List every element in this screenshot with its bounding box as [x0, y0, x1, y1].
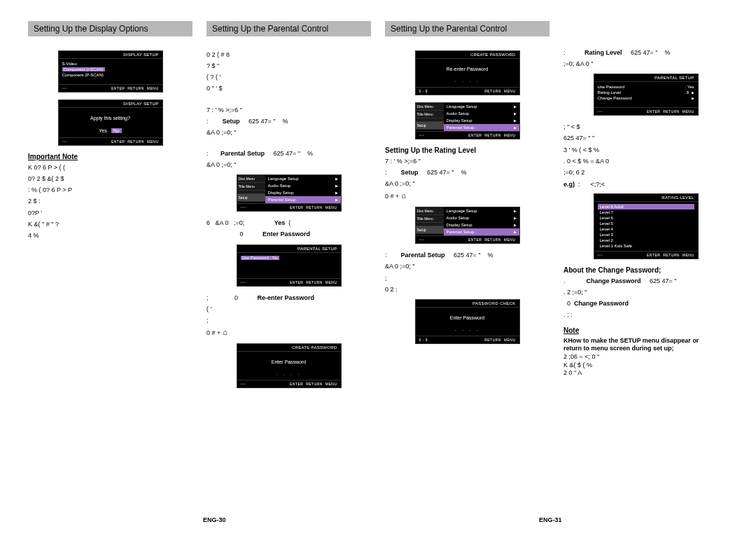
kw-parental-setup: Parental Setup [220, 150, 265, 157]
column-parental-2: Setting Up the Parental Control CREATE P… [385, 21, 550, 395]
home-icon [220, 329, 227, 336]
note-heading: Note [564, 327, 728, 334]
osd-parental-usepw: PARENTAL SETUP Use Password : No ◦◦◦ENTE… [237, 245, 342, 287]
apply-question: Apply this setting? [62, 110, 159, 126]
osd-title: DISPLAY SETUP [59, 51, 162, 59]
no-option: No [111, 128, 122, 133]
column-parental-1: Setting Up the Parental Control 0 2 ( # … [206, 21, 371, 395]
osd-setup-menu-3: Disc Menu Title Menu Setup Language Setu… [415, 207, 520, 244]
osd-display-setup-2: DISPLAY SETUP Apply this setting? YesNo … [58, 99, 163, 146]
osd-setup-menu-1: Disc Menu Title Menu Setup Language Setu… [237, 174, 342, 212]
about-change-password: About the Change Password; [564, 266, 728, 274]
osd-display-setup-1: DISPLAY SETUP S-Video Component (I-SCAN)… [58, 50, 163, 92]
page-number-left: ENG-30 [203, 516, 226, 523]
osd-title: DISPLAY SETUP [59, 100, 162, 108]
kw-yes: Yes [274, 219, 286, 226]
column-parental-3: : Rating Level 625 47= " % ;=0; &A 0 " P… [564, 21, 728, 395]
kw-setup: Setup [223, 118, 240, 125]
kw-reenter: Re-enter Password [258, 294, 315, 301]
kw-rating-level: Rating Level [584, 49, 622, 56]
osd-item-svideo: S-Video [62, 62, 77, 66]
osd-setup-menu-2: Disc Menu Title Menu Setup Language Setu… [415, 102, 520, 139]
eg-label: e.g) [564, 181, 575, 188]
yes-option: Yes [99, 128, 106, 133]
heading-display: Setting Up the Display Options [28, 21, 192, 36]
osd-create-password-2: CREATE PASSWORD Re-enter Password - - - … [415, 50, 520, 95]
osd-password-check: PASSWORD CHECK Enter Password - - - - 0 … [415, 299, 520, 344]
important-note-heading: Important Note [28, 153, 192, 160]
home-icon [399, 193, 406, 200]
osd-item-pscan: Component (P-SCAN) [62, 73, 104, 77]
osd-rating-level-list: RATING LEVEL Level 8 Adult Level 7 Level… [594, 193, 699, 259]
heading-parental-1: Setting Up the Parental Control [206, 21, 371, 36]
kw-enter-password: Enter Password [262, 231, 310, 238]
osd-parental-setup-full: PARENTAL SETUP Use Password: Yes Rating … [594, 74, 699, 116]
osd-create-password: CREATE PASSWORD Enter Password - - - - ◦… [237, 343, 342, 388]
column-display-options: Setting Up the Display Options DISPLAY S… [28, 21, 192, 395]
subheading-rating-level: Setting Up the Rating Level [385, 146, 550, 154]
page-number-right: ENG-31 [539, 516, 562, 523]
heading-parental-2: Setting Up the Parental Control [385, 21, 550, 36]
nav-icons: ◦◦◦ [62, 86, 68, 90]
osd-item-iscan: Component (I-SCAN) [62, 67, 105, 71]
